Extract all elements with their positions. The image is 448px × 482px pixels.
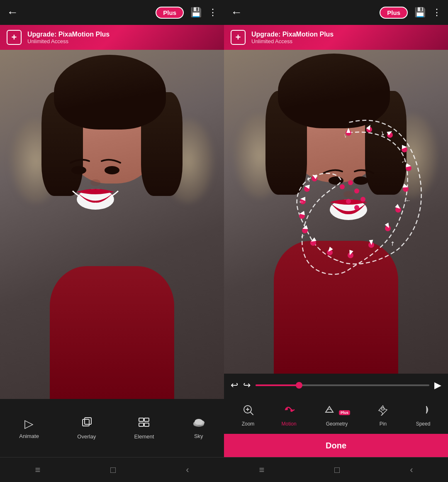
geometry-icon: Plus: [324, 404, 350, 418]
svg-point-44: [299, 213, 305, 219]
left-image-area: [0, 50, 224, 399]
pin-icon: [377, 404, 389, 418]
right-upgrade-plus-icon: +: [231, 30, 246, 45]
motion-label: Motion: [282, 421, 297, 427]
svg-point-32: [385, 225, 391, 231]
svg-marker-45: [299, 211, 305, 216]
left-plus-button[interactable]: Plus: [156, 7, 184, 19]
left-top-bar: ← Plus 💾 ⋮: [0, 0, 224, 25]
tool-animate[interactable]: ▷ Animate: [19, 417, 39, 439]
element-icon: [138, 416, 150, 431]
tool-pin[interactable]: Pin: [377, 404, 389, 427]
overlay-icon: [81, 416, 93, 431]
play-button[interactable]: ▶: [434, 380, 441, 391]
overlay-label: Overlay: [77, 433, 96, 440]
undo-button[interactable]: ↩: [231, 380, 238, 391]
svg-point-1: [105, 166, 119, 174]
svg-point-46: [300, 198, 306, 204]
svg-text:↙: ↙: [389, 240, 397, 248]
right-save-button[interactable]: 💾: [414, 7, 426, 18]
tool-motion[interactable]: Motion: [282, 404, 297, 427]
svg-rect-6: [139, 418, 144, 421]
svg-point-42: [302, 228, 308, 233]
left-tools-row: ▷ Animate Overlay: [0, 399, 224, 457]
right-person-face: [282, 66, 390, 199]
right-hair-top: [278, 54, 390, 128]
left-nav-home-icon[interactable]: □: [110, 465, 116, 475]
right-plus-button[interactable]: Plus: [380, 7, 408, 19]
left-photo-background: [0, 50, 224, 399]
right-back-button[interactable]: ←: [231, 6, 242, 19]
sky-label: Sky: [194, 433, 203, 439]
motion-icon: [283, 404, 295, 418]
left-upgrade-title: Upgrade: PixaMotion Plus: [27, 31, 110, 38]
svg-rect-7: [144, 418, 149, 421]
svg-marker-33: [385, 223, 391, 229]
right-nav-menu-icon[interactable]: ≡: [259, 465, 264, 475]
zoom-label: Zoom: [242, 421, 255, 427]
tool-overlay[interactable]: Overlay: [77, 416, 96, 440]
svg-line-68: [251, 412, 253, 415]
right-more-button[interactable]: ⋮: [432, 7, 441, 18]
left-nav-menu-icon[interactable]: ≡: [35, 465, 40, 475]
tool-speed[interactable]: Speed: [416, 404, 431, 427]
redo-button[interactable]: ↪: [243, 380, 251, 391]
left-nav-back-icon[interactable]: ‹: [186, 465, 189, 475]
svg-text:↑: ↑: [299, 233, 306, 239]
timeline-slider[interactable]: [256, 384, 429, 386]
svg-point-30: [395, 207, 401, 213]
speed-label: Speed: [416, 421, 431, 427]
svg-marker-43: [302, 225, 308, 231]
left-upgrade-banner[interactable]: + Upgrade: PixaMotion Plus Unlimited Acc…: [0, 25, 224, 50]
left-panel: ← Plus 💾 ⋮ + Upgrade: PixaMotion Plus Un…: [0, 0, 224, 482]
svg-line-73: [381, 414, 383, 416]
tool-zoom[interactable]: Zoom: [242, 404, 255, 427]
right-top-bar: ← Plus 💾 ⋮: [224, 0, 448, 25]
left-face-detail-svg: [0, 50, 224, 399]
left-back-button[interactable]: ←: [7, 6, 18, 19]
svg-marker-31: [395, 204, 402, 210]
right-nav-back-icon[interactable]: ‹: [410, 465, 413, 475]
right-tools-row: Zoom Motion Plus Geometry: [224, 396, 448, 434]
left-upgrade-subtitle: Unlimited Access: [27, 38, 110, 44]
left-more-button[interactable]: ⋮: [208, 7, 217, 18]
svg-point-74: [382, 408, 384, 410]
svg-point-16: [330, 199, 367, 220]
right-upgrade-subtitle: Unlimited Access: [251, 38, 334, 44]
tool-element[interactable]: Element: [134, 416, 154, 440]
tool-sky[interactable]: Sky: [192, 417, 205, 439]
svg-text:↓: ↓: [405, 199, 412, 202]
svg-point-54: [354, 205, 359, 210]
left-system-nav: ≡ □ ‹: [0, 457, 224, 482]
svg-rect-5: [85, 418, 91, 424]
done-button[interactable]: Done: [224, 434, 448, 457]
timeline-thumb[interactable]: [296, 382, 302, 389]
right-upgrade-text: Upgrade: PixaMotion Plus Unlimited Acces…: [251, 31, 334, 44]
left-save-button[interactable]: 💾: [190, 7, 202, 18]
left-top-bar-left: ←: [7, 6, 18, 19]
svg-point-3: [90, 179, 100, 186]
timeline-fill: [256, 384, 299, 386]
right-top-bar-left: ←: [231, 6, 242, 19]
svg-text:↑: ↑: [297, 201, 304, 203]
pin-label: Pin: [380, 421, 387, 427]
svg-point-72: [290, 409, 293, 412]
element-label: Element: [134, 433, 154, 440]
tool-geometry[interactable]: Plus Geometry: [324, 404, 350, 427]
right-system-nav: ≡ □ ‹: [224, 457, 448, 482]
zoom-icon: [242, 404, 254, 418]
right-upgrade-banner[interactable]: + Upgrade: PixaMotion Plus Unlimited Acc…: [224, 25, 448, 50]
right-nav-home-icon[interactable]: □: [334, 465, 340, 475]
left-top-bar-right: Plus 💾 ⋮: [156, 7, 217, 19]
geometry-plus-tag: Plus: [339, 410, 350, 415]
speed-icon: [417, 404, 429, 418]
right-panel: ← Plus 💾 ⋮ + Upgrade: PixaMotion Plus Un…: [224, 0, 448, 482]
svg-point-53: [346, 199, 351, 204]
svg-point-0: [71, 166, 86, 174]
right-upgrade-title: Upgrade: PixaMotion Plus: [251, 31, 334, 38]
left-bottom-toolbar: ▷ Animate Overlay: [0, 399, 224, 482]
svg-rect-4: [83, 419, 89, 426]
right-person-body: [274, 241, 398, 374]
geometry-label: Geometry: [326, 421, 348, 427]
svg-rect-9: [144, 423, 149, 426]
